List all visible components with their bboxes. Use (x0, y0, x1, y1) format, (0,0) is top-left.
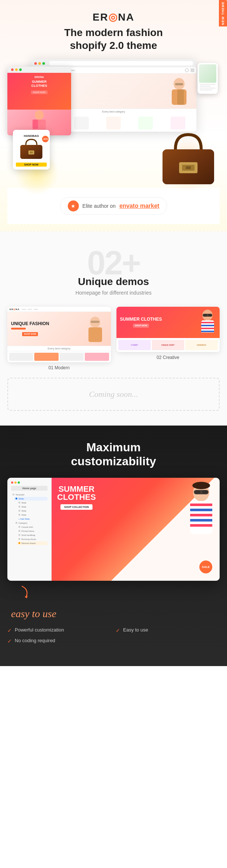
admin-dot-yellow (14, 481, 17, 484)
big-bag-container (157, 129, 220, 184)
browser-url-bar (49, 61, 192, 65)
hero-person-container (166, 77, 192, 105)
sale-badge: SALE (199, 561, 212, 573)
mini-search-icon (185, 68, 189, 72)
svg-rect-25 (201, 325, 214, 326)
arrow-indicator-svg (18, 584, 41, 599)
custom-section: Maximum customizability Home page Templa… (0, 426, 227, 666)
feature-text-2: Easy to use (123, 627, 148, 633)
admin-shop-btn: SHOP COLLECTION (60, 504, 92, 510)
demo01-cat-1 (9, 353, 33, 361)
svg-rect-6 (175, 83, 183, 85)
screen-left-content: ERONA SUMMERCLOTHES SHOP NOW (7, 73, 71, 110)
envato-link[interactable]: envato market (119, 203, 160, 209)
admin-slides-list: Slide Slide Slide Slide + (14, 501, 48, 521)
mobile-line-2 (200, 86, 211, 87)
admin-cat-stud-dot (18, 534, 20, 536)
demo02-cat-row: T-SHIRT UNIQUE SHIRT HANDBAG (116, 338, 220, 352)
demo-card-02-inner: SUMMER CLOTHES SHOP NOW (116, 307, 220, 352)
envato-prefix-text: Elite author on (83, 203, 116, 209)
screens-container: ERONA SUMMERCLOTHES SHOP NOW (7, 59, 220, 184)
demo02-person-svg (198, 309, 218, 332)
svg-rect-35 (190, 514, 212, 516)
brand-o: ◎ (108, 11, 118, 23)
svg-rect-18 (91, 321, 99, 323)
admin-slide-1-dot (18, 502, 20, 504)
feature-item-3: ✓ No coding required (7, 638, 111, 644)
dot-green (19, 68, 22, 71)
custom-title: Maximum customizability (7, 440, 220, 469)
handbag-svg (17, 138, 46, 160)
demo01-nav-items (22, 309, 38, 310)
arrow-indicator-container (7, 584, 220, 601)
dot-red (11, 68, 14, 71)
admin-sidebar-header: Home page (11, 486, 48, 491)
svg-rect-22 (208, 314, 212, 316)
mini-nav-icons (185, 68, 194, 72)
demo-card-01: ER◎NA UNIQUE FASHION SHOP NOW (7, 307, 111, 370)
svg-rect-21 (203, 314, 207, 316)
demo01-cat-row (7, 351, 111, 362)
admin-model-svg (183, 480, 220, 575)
feature-item-1: ✓ Powerful customization (7, 627, 111, 633)
screen-left-text: SUMMERCLOTHES (10, 80, 68, 88)
demo-card-02: SUMMER CLOTHES SHOP NOW (116, 307, 220, 370)
admin-banner-bg: SUMMER CLOTHES SHOP COLLECTION (52, 478, 220, 581)
admin-slide-3: Slide (17, 509, 48, 513)
demo02-label: 02 Creative (116, 355, 220, 360)
demos-title: Unique demos (7, 276, 220, 288)
svg-rect-31 (202, 491, 208, 494)
admin-category-dot (15, 522, 17, 524)
svg-rect-36 (190, 519, 212, 522)
big-number: 02+ (7, 246, 220, 280)
envato-badge: ★ Elite author on envato market (60, 197, 167, 215)
demo01-brand: ER◎NA (10, 308, 20, 310)
admin-slide-4-dot (18, 514, 20, 516)
admin-add-slide[interactable]: + Add Slide (17, 517, 48, 521)
admin-cat-sleeves: Sleeves blazer (17, 541, 48, 545)
admin-banner-line1: SUMMER (57, 485, 96, 493)
admin-slide-2-dot (18, 506, 20, 508)
easy-to-use-label: easy to use (7, 608, 220, 620)
demo01-divider (11, 328, 26, 330)
svg-rect-15 (186, 166, 191, 169)
feature-item-2: ✓ Easy to use (116, 627, 220, 633)
admin-cat-running: Running shoes (17, 537, 48, 541)
demo02-btn: SHOP NOW (133, 324, 149, 328)
demo02-cat-1: T-SHIRT (118, 340, 151, 350)
new-theme-badge: new theme (219, 0, 227, 26)
demo02-cat-2: UNIQUE SHIRT (152, 340, 184, 350)
demo01-cat-2 (34, 353, 58, 361)
demo01-cat-3 (60, 353, 84, 361)
hero-section: new theme ER◎NA The modern fashion shopi… (0, 0, 227, 231)
admin-cat-stud: Stud handbag (17, 533, 48, 537)
svg-rect-30 (195, 491, 200, 494)
svg-rect-26 (201, 328, 214, 329)
feature-check-2: ✓ (116, 627, 120, 633)
feature-check-1: ✓ (7, 627, 12, 633)
admin-slide-3-dot (18, 510, 20, 512)
dot-yellow (15, 68, 18, 71)
screen-left-bar (7, 67, 71, 73)
mobile-line-1 (200, 84, 216, 85)
demos-grid: ER◎NA UNIQUE FASHION SHOP NOW (7, 307, 220, 370)
mini-cat-2 (74, 117, 89, 129)
demo01-nav-item-2 (28, 309, 32, 310)
demo01-nav-item-1 (22, 309, 26, 310)
svg-rect-37 (190, 524, 212, 527)
demo01-hero: UNIQUE FASHION SHOP NOW (7, 312, 111, 346)
admin-item-template-dot (13, 494, 14, 495)
mobile-line-3 (200, 88, 216, 89)
admin-mockup: Home page Template Slider Slide (7, 478, 220, 581)
demo01-person-svg (83, 316, 107, 342)
svg-rect-24 (201, 322, 214, 323)
svg-point-38 (192, 482, 210, 489)
demo02-cat-2-label: UNIQUE SHIRT (161, 344, 175, 346)
demo01-label: 01 Modern (7, 365, 111, 370)
mobile-screen-lines (199, 83, 216, 92)
admin-item-category: Category (14, 521, 48, 525)
svg-rect-2 (32, 120, 38, 129)
feature-text-3: No coding required (15, 638, 55, 643)
main-dot-green (42, 62, 45, 65)
admin-item-template: Template (11, 493, 48, 497)
